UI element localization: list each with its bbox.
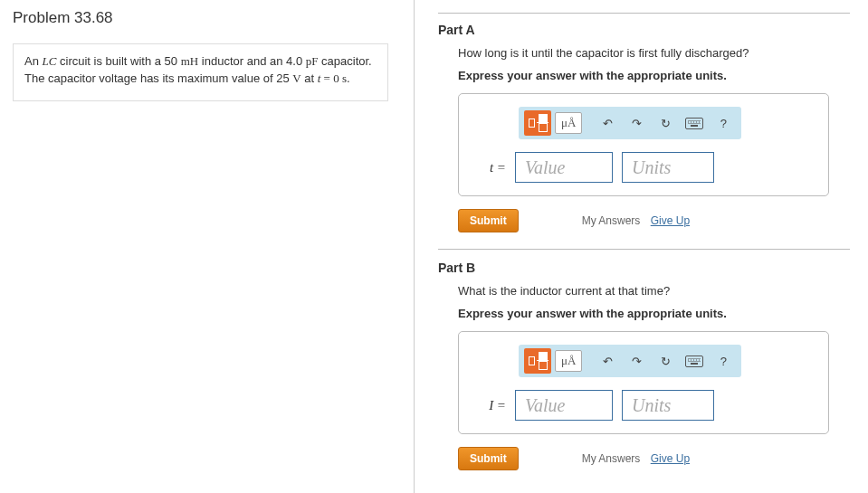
units-picker-button[interactable]: μÅ [555,112,582,134]
part-b-section: Part B What is the inductor current at t… [438,261,850,470]
part-a-question: How long is it until the capacitor is fi… [458,46,850,60]
part-a-answer-box: μÅ ↶ ↷ ↻ ? t = Value Units [458,93,829,196]
part-a-links: My Answers Give Up [582,214,690,227]
part-b-question: What is the inductor current at that tim… [458,284,850,298]
part-a-units-input[interactable]: Units [622,152,714,183]
redo-icon[interactable]: ↷ [624,348,649,374]
part-b-answer-box: μÅ ↶ ↷ ↻ ? I = Value Units [458,331,829,434]
part-b-label: Part B [438,261,850,275]
problem-statement: An LC circuit is built with a 50 mH indu… [13,43,388,101]
redo-icon[interactable]: ↷ [624,110,649,136]
part-b-my-answers-link[interactable]: My Answers [582,452,641,465]
reset-icon[interactable]: ↻ [653,348,678,374]
divider-top [438,13,850,14]
part-b-answer-row: I = Value Units [479,390,814,421]
fraction-template-icon[interactable] [524,348,551,374]
part-a-label: Part A [438,23,850,37]
part-a-instruction: Express your answer with the appropriate… [458,69,850,82]
part-b-submit-button[interactable]: Submit [458,447,519,470]
left-column: Problem 33.68 An LC circuit is built wit… [0,0,415,493]
undo-icon[interactable]: ↶ [595,348,620,374]
divider-ab [438,249,850,250]
keyboard-icon[interactable] [682,348,707,374]
part-a-variable-label: t = [479,160,506,175]
part-a-value-input[interactable]: Value [515,152,613,183]
part-b-give-up-link[interactable]: Give Up [651,452,690,465]
part-a-answer-row: t = Value Units [479,152,814,183]
part-b-links: My Answers Give Up [582,452,690,465]
part-a-submit-button[interactable]: Submit [458,209,519,232]
help-icon[interactable]: ? [711,110,736,136]
part-b-units-input[interactable]: Units [622,390,714,421]
right-column: Part A How long is it until the capacito… [415,0,868,493]
part-b-variable-label: I = [479,398,506,413]
part-b-actions: Submit My Answers Give Up [458,447,850,470]
part-b-value-input[interactable]: Value [515,390,613,421]
part-b-instruction: Express your answer with the appropriate… [458,307,850,320]
part-a-my-answers-link[interactable]: My Answers [582,214,641,227]
undo-icon[interactable]: ↶ [595,110,620,136]
part-a-section: Part A How long is it until the capacito… [438,23,850,232]
reset-icon[interactable]: ↻ [653,110,678,136]
units-picker-button[interactable]: μÅ [555,350,582,372]
help-icon[interactable]: ? [711,348,736,374]
keyboard-icon[interactable] [682,110,707,136]
part-a-toolbar: μÅ ↶ ↷ ↻ ? [519,107,741,139]
problem-title: Problem 33.68 [13,9,388,27]
part-a-actions: Submit My Answers Give Up [458,209,850,232]
part-a-give-up-link[interactable]: Give Up [651,214,690,227]
fraction-template-icon[interactable] [524,110,551,136]
part-b-toolbar: μÅ ↶ ↷ ↻ ? [519,345,741,377]
